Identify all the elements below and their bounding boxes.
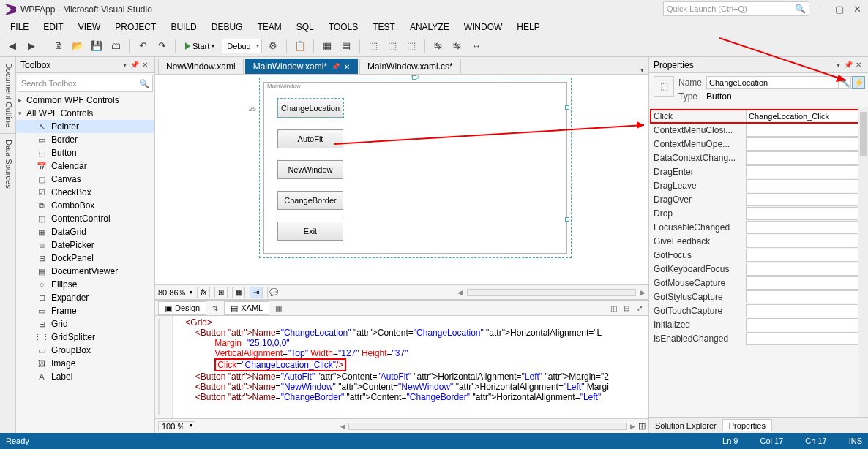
event-handler-input[interactable] <box>746 151 867 165</box>
toolbox-item-expander[interactable]: ⊟Expander <box>16 291 154 304</box>
pin-icon[interactable]: 📌 <box>332 63 340 70</box>
event-handler-input[interactable] <box>746 207 867 220</box>
tb-icon-6[interactable]: ⬚ <box>384 38 400 54</box>
toolbox-item-checkbox[interactable]: ☑CheckBox <box>16 186 154 199</box>
new-project-button[interactable]: 🗎 <box>50 38 67 54</box>
tb-icon-1[interactable]: ⚙ <box>265 38 281 54</box>
event-handler-input[interactable] <box>746 235 867 248</box>
toolbox-dropdown-icon[interactable]: ▾ <box>119 61 130 69</box>
toolbox-item-frame[interactable]: ▭Frame <box>16 304 154 317</box>
split-h-icon[interactable]: ⊟ <box>621 302 632 314</box>
menu-analyze[interactable]: ANALYZE <box>403 20 457 34</box>
event-handler-input[interactable] <box>746 221 867 234</box>
event-handler-input[interactable] <box>746 249 867 262</box>
toolbox-item-border[interactable]: ▭Border <box>16 133 154 146</box>
config-dropdown[interactable]: Debug <box>222 39 261 53</box>
doc-tab[interactable]: NewWindow.xaml <box>158 59 244 74</box>
tb-icon-5[interactable]: ⬚ <box>365 38 381 54</box>
toolbox-item-button[interactable]: ⬚Button <box>16 146 154 159</box>
event-handler-input[interactable] <box>746 165 867 178</box>
menu-file[interactable]: FILE <box>3 20 36 34</box>
nav-forward-button[interactable]: ▶ <box>23 38 40 54</box>
event-handler-input[interactable] <box>746 263 867 276</box>
close-button[interactable]: ✕ <box>849 1 865 16</box>
doc-outline-icon[interactable]: ▦ <box>272 302 284 314</box>
toolbox-item-documentviewer[interactable]: ▤DocumentViewer <box>16 265 154 278</box>
solution-explorer-tab[interactable]: Solution Explorer <box>649 420 722 431</box>
toolbox-item-groupbox[interactable]: ▭GroupBox <box>16 344 154 357</box>
tb-icon-7[interactable]: ⬚ <box>403 38 419 54</box>
toolbox-item-datepicker[interactable]: ⧈DatePicker <box>16 238 154 252</box>
toolbox-item-gridsplitter[interactable]: ⋮⋮GridSplitter <box>16 331 154 344</box>
menu-edit[interactable]: EDIT <box>36 20 70 34</box>
tb-icon-3[interactable]: ▦ <box>319 38 335 54</box>
toolbox-item-label[interactable]: ALabel <box>16 370 154 383</box>
event-handler-input[interactable] <box>746 110 867 123</box>
toolbox-pin-icon[interactable]: 📌 <box>130 61 140 69</box>
start-debug-button[interactable]: Start ▾ <box>181 38 219 54</box>
properties-pin-icon[interactable]: 📌 <box>843 61 853 69</box>
toolbox-search-input[interactable]: Search Toolbox 🔍 <box>18 75 153 92</box>
properties-tab[interactable]: Properties <box>722 419 772 431</box>
split-icon[interactable]: ◫ <box>638 421 646 431</box>
tb-icon-4[interactable]: ▤ <box>338 38 354 54</box>
nav-back-button[interactable]: ◀ <box>4 38 20 54</box>
split-v-icon[interactable]: ◫ <box>607 302 619 314</box>
toolbox-group[interactable]: All WPF Controls <box>16 107 154 120</box>
properties-dropdown-icon[interactable]: ▾ <box>833 61 843 69</box>
events-scrollbar[interactable] <box>858 107 868 417</box>
snap-button[interactable]: ▦ <box>232 287 245 298</box>
effects-button[interactable]: 💬 <box>267 287 280 298</box>
menu-team[interactable]: TEAM <box>250 20 288 34</box>
toolbox-item-canvas[interactable]: ▢Canvas <box>16 173 154 186</box>
h-scrollbar[interactable] <box>467 289 636 296</box>
event-handler-input[interactable] <box>746 179 867 192</box>
event-handler-input[interactable] <box>746 124 867 137</box>
menu-sql[interactable]: SQL <box>289 20 321 34</box>
expand-pane-icon[interactable]: ⤢ <box>634 302 646 314</box>
tb-icon-8[interactable]: ↹ <box>430 38 446 54</box>
swap-panes-icon[interactable]: ⇅ <box>209 302 221 314</box>
menu-test[interactable]: TEST <box>365 20 403 34</box>
xaml-tab[interactable]: ▤ XAML <box>224 301 269 315</box>
properties-close-icon[interactable]: ✕ <box>853 61 864 69</box>
xaml-editor[interactable]: <Grid> <Button "attr">Name="ChangeLocati… <box>155 316 648 418</box>
resize-handle[interactable] <box>412 75 416 80</box>
design-tab[interactable]: ▣ Design <box>158 301 206 315</box>
resize-handle[interactable] <box>565 217 569 222</box>
rail-data-sources[interactable]: Data Sources <box>0 134 15 195</box>
toolbox-item-datagrid[interactable]: ▦DataGrid <box>16 225 154 238</box>
event-handler-input[interactable] <box>746 137 867 151</box>
quick-launch-input[interactable]: Quick Launch (Ctrl+Q) 🔍 <box>663 1 809 16</box>
snapline-button[interactable]: ⇥ <box>250 287 263 298</box>
menu-tools[interactable]: TOOLS <box>321 20 365 34</box>
event-handler-input[interactable] <box>746 332 867 345</box>
doc-tab[interactable]: MainWindow.xaml.cs* <box>359 59 461 74</box>
menu-debug[interactable]: DEBUG <box>204 20 250 34</box>
open-file-button[interactable]: 📂 <box>70 38 86 54</box>
event-handler-input[interactable] <box>746 276 867 290</box>
close-tab-icon[interactable]: ✕ <box>344 63 350 71</box>
toolbox-item-ellipse[interactable]: ○Ellipse <box>16 278 154 291</box>
search-icon[interactable]: 🔍 <box>795 4 806 14</box>
tb-icon-2[interactable]: 📋 <box>292 38 308 54</box>
minimize-button[interactable]: — <box>814 1 830 16</box>
events-mode-button[interactable]: ⚡ <box>852 76 865 89</box>
save-button[interactable]: 💾 <box>89 38 105 54</box>
doc-tab[interactable]: MainWindow.xaml* 📌 ✕ <box>245 59 358 74</box>
redo-button[interactable]: ↷ <box>154 38 170 54</box>
toolbox-close-icon[interactable]: ✕ <box>140 61 150 69</box>
grid-snap-button[interactable]: ⊞ <box>214 287 228 298</box>
tabs-overflow-icon[interactable]: ▾ <box>636 66 648 74</box>
fx-button[interactable]: fx <box>197 287 210 298</box>
undo-button[interactable]: ↶ <box>135 38 151 54</box>
event-handler-input[interactable] <box>746 193 867 206</box>
toolbox-item-pointer[interactable]: ↖Pointer <box>16 120 154 133</box>
toolbox-item-image[interactable]: 🖼Image <box>16 357 154 370</box>
tb-icon-9[interactable]: ↹ <box>449 38 465 54</box>
save-all-button[interactable]: 🗃 <box>108 38 124 54</box>
xaml-zoom-dropdown[interactable]: 100 % <box>158 421 195 431</box>
tb-icon-10[interactable]: ↔ <box>468 38 484 54</box>
resize-handle[interactable] <box>565 105 569 110</box>
menu-project[interactable]: PROJECT <box>108 20 163 34</box>
